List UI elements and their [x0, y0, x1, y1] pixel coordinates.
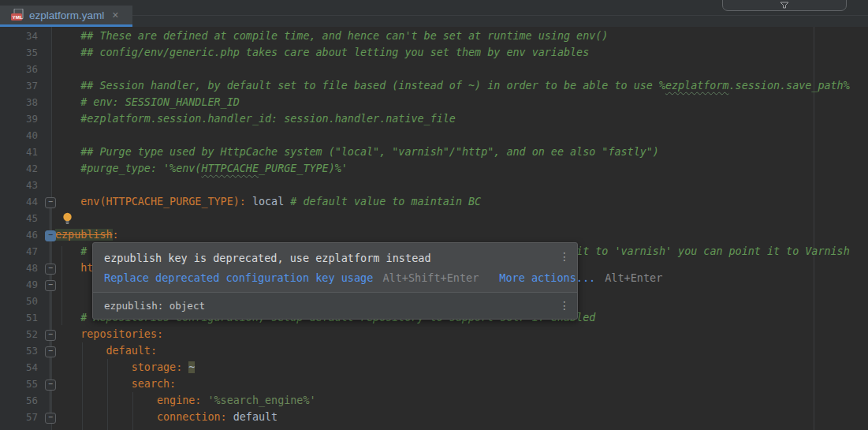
code-segment: local: [252, 196, 284, 208]
doc-preview-text: ezpublish: object: [104, 300, 205, 312]
code-line[interactable]: 37 ## Session handler, by default set to…: [0, 77, 868, 94]
more-actions-shortcut: Alt+Enter: [605, 271, 662, 284]
fold-marker[interactable]: −: [45, 330, 56, 341]
ide-window: YML ezplatform.yaml × 34 ## These are de…: [0, 0, 868, 430]
code-segment: # default value to maintain BC: [290, 196, 481, 208]
code-line[interactable]: 56 engine: '%search_engine%': [0, 392, 868, 409]
code-line[interactable]: 53 default:: [0, 342, 868, 359]
code-segment: env(HTTPCACHE_PURGE_TYPE):: [80, 196, 246, 208]
code-segment: default:: [106, 345, 158, 357]
line-number: 45: [0, 210, 38, 226]
code-segment: ezplatform: [665, 80, 729, 92]
line-number: 37: [0, 77, 38, 94]
tab-close-icon[interactable]: ×: [112, 9, 118, 21]
code-segment: [55, 361, 132, 373]
line-number: 47: [0, 243, 38, 260]
quick-fix-shortcut: Alt+Shift+Enter: [382, 271, 479, 284]
code-line[interactable]: 44 env(HTTPCACHE_PURGE_TYPE): local # de…: [0, 193, 868, 210]
fold-marker[interactable]: −: [45, 413, 56, 424]
code-segment: ezpublish: [55, 229, 113, 241]
code-segment: ## Purge type used by HttpCache system (…: [55, 146, 659, 158]
line-number: 44: [0, 193, 38, 210]
code-line[interactable]: 35 ## config/env/generic.php takes care …: [0, 44, 868, 61]
code-line[interactable]: 42 #purge_type: '%env(HTTPCACHE_PURGE_TY…: [0, 160, 868, 177]
line-number: 40: [0, 127, 38, 144]
code-line[interactable]: 43: [0, 177, 868, 193]
code-segment: ## config/env/generic.php takes care abo…: [55, 47, 589, 58]
code-segment: _PURGE_TYPE)%': [259, 163, 348, 174]
code-line[interactable]: 54 storage: ~: [0, 359, 868, 376]
line-number: 41: [0, 144, 38, 160]
code-segment: [55, 196, 80, 208]
line-number: 50: [0, 293, 38, 309]
code-segment: [201, 394, 207, 406]
code-segment: [246, 196, 252, 208]
code-segment: [55, 345, 106, 357]
line-number: 43: [0, 177, 38, 193]
yaml-file-icon: YML: [11, 9, 24, 21]
tab-ezplatform-yaml[interactable]: YML ezplatform.yaml ×: [0, 6, 132, 24]
code-segment: HTTPCACHE: [201, 163, 259, 174]
code-segment: :: [113, 229, 119, 241]
code-line[interactable]: 34 ## These are defined at compile time,…: [0, 28, 868, 44]
editor-tab-bar: YML ezplatform.yaml ×: [0, 0, 868, 27]
code-line[interactable]: 40: [0, 127, 868, 144]
fold-marker[interactable]: −: [45, 197, 56, 208]
code-segment: [227, 411, 233, 423]
line-number: 52: [0, 326, 38, 342]
line-number: 39: [0, 110, 38, 127]
doc-menu-icon[interactable]: ⋮: [559, 300, 570, 311]
code-segment: .session.save_path%: [729, 80, 850, 92]
code-segment: connection:: [157, 411, 227, 423]
code-segment: [55, 328, 80, 340]
code-line[interactable]: 38 # env: SESSION_HANDLER_ID: [0, 94, 868, 110]
code-line[interactable]: 52 repositories:: [0, 326, 868, 342]
fold-marker[interactable]: −: [45, 346, 56, 357]
line-number: 34: [0, 28, 38, 44]
intention-lightbulb-icon[interactable]: [61, 212, 73, 225]
more-actions-link[interactable]: More actions...: [499, 271, 595, 284]
code-line[interactable]: 39 #ezplatform.session.handler_id: sessi…: [0, 110, 868, 127]
code-segment: ht: [55, 262, 93, 274]
quick-fix-link[interactable]: Replace deprecated configuration key usa…: [104, 271, 373, 284]
code-segment: repositories:: [80, 328, 163, 340]
code-line[interactable]: 36: [0, 61, 868, 77]
code-lines: 34 ## These are defined at compile time,…: [0, 28, 868, 425]
code-line[interactable]: 55 search:: [0, 376, 868, 392]
code-line[interactable]: 46ezpublish:: [0, 226, 868, 243]
line-number: 49: [0, 276, 38, 293]
line-number: 35: [0, 44, 38, 61]
code-segment: #purge_type: '%env(: [55, 163, 201, 174]
line-number: 53: [0, 342, 38, 359]
code-segment: ## These are defined at compile time, an…: [55, 30, 608, 42]
line-number: 51: [0, 309, 38, 326]
line-number: 56: [0, 392, 38, 409]
code-segment: [55, 378, 132, 390]
code-segment: '%search_engine%': [208, 394, 316, 406]
svg-text:YML: YML: [13, 14, 23, 20]
code-line[interactable]: 45: [0, 210, 868, 226]
fold-marker[interactable]: −: [45, 230, 56, 241]
code-segment: # env: SESSION_HANDLER_ID: [55, 96, 240, 108]
fold-marker[interactable]: −: [45, 380, 56, 391]
line-number: 57: [0, 409, 38, 425]
line-number: 46: [0, 226, 38, 243]
toolbar-search-widget[interactable]: [722, 0, 847, 11]
toolbar-widget-icon: [780, 2, 789, 9]
code-segment: [55, 411, 157, 423]
code-segment: default: [233, 411, 278, 423]
code-segment: engine:: [157, 394, 201, 406]
fold-marker[interactable]: −: [45, 264, 56, 275]
code-segment: #: [55, 245, 87, 257]
code-segment: storage:: [132, 361, 183, 373]
line-number: 38: [0, 94, 38, 110]
code-segment: it to 'varnish' you can point it to Varn…: [576, 245, 850, 257]
line-number: 48: [0, 260, 38, 276]
fold-marker[interactable]: −: [45, 280, 56, 291]
code-line[interactable]: 41 ## Purge type used by HttpCache syste…: [0, 144, 868, 160]
popup-menu-icon[interactable]: ⋮: [559, 251, 570, 262]
intention-popup: ezpublish key is deprecated, use ezplatf…: [92, 242, 578, 320]
code-line[interactable]: 57 connection: default: [0, 409, 868, 425]
code-editor[interactable]: 34 ## These are defined at compile time,…: [0, 27, 868, 430]
code-segment: ## Session handler, by default set to fi…: [55, 80, 665, 92]
